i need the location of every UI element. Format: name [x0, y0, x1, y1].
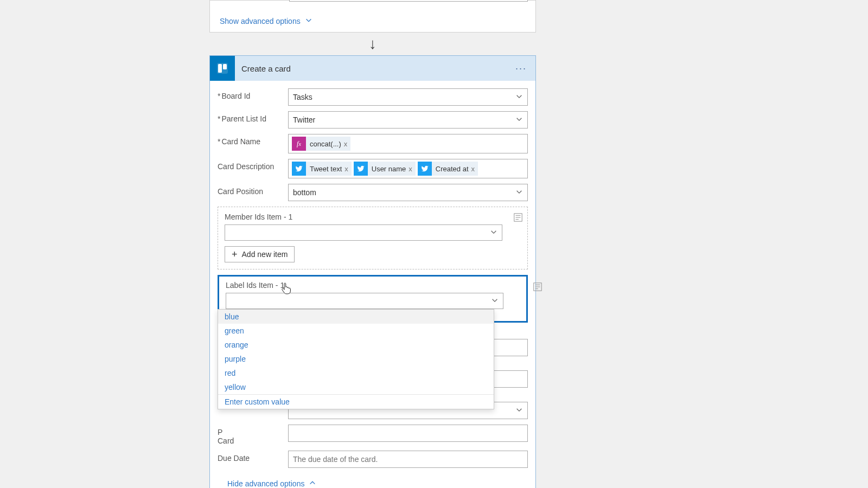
- action-header[interactable]: Create a card ···: [210, 56, 535, 81]
- action-title: Create a card: [235, 64, 291, 73]
- card-name-label: *Card Name: [218, 134, 288, 146]
- create-card-action: Create a card ··· *Board Id *Parent List…: [209, 55, 536, 488]
- previous-action-card: Show advanced options: [209, 0, 536, 33]
- due-date-input[interactable]: [288, 451, 528, 468]
- member-ids-label: Member Ids Item - 1: [225, 213, 521, 221]
- token-label: Created at: [435, 165, 469, 173]
- token-remove-icon[interactable]: x: [409, 165, 412, 173]
- member-ids-array: Member Ids Item - 1 + Add new item: [218, 207, 528, 269]
- previous-card-row: P Card: [218, 425, 528, 445]
- svg-rect-2: [223, 64, 227, 69]
- chevron-down-icon: [515, 406, 523, 415]
- dynamic-token-created-at[interactable]: Created at x: [418, 162, 478, 176]
- hide-advanced-link[interactable]: Hide advanced options: [218, 479, 316, 488]
- dropdown-option-purple[interactable]: purple: [218, 352, 494, 366]
- dropdown-option-yellow[interactable]: yellow: [218, 380, 494, 394]
- action-body: *Board Id *Parent List Id *Card Name fx: [210, 81, 535, 488]
- action-menu-button[interactable]: ···: [515, 63, 535, 74]
- chevron-down-icon: [305, 16, 312, 25]
- parent-list-value[interactable]: [293, 115, 523, 124]
- switch-mode-button[interactable]: [533, 282, 544, 293]
- label-ids-label: Label Ids Item - 1: [226, 281, 520, 290]
- previous-card-label: P Card: [218, 425, 288, 445]
- add-member-item-button[interactable]: + Add new item: [225, 246, 295, 262]
- board-id-select[interactable]: [288, 88, 528, 106]
- chevron-up-icon: [309, 479, 316, 488]
- label-ids-dropdown: blue green orange purple red yellow Ente…: [218, 309, 494, 409]
- twitter-icon: [292, 162, 306, 176]
- trello-icon: [210, 56, 235, 81]
- dropdown-option-orange[interactable]: orange: [218, 338, 494, 352]
- card-description-label: Card Description: [218, 159, 288, 171]
- due-date-label: Due Date: [218, 451, 288, 463]
- chevron-down-icon: [491, 297, 499, 306]
- flow-arrow-icon: ↓: [209, 33, 536, 55]
- twitter-icon: [418, 162, 432, 176]
- parent-list-label: *Parent List Id: [218, 111, 288, 123]
- chevron-down-icon: [490, 228, 497, 237]
- card-name-input[interactable]: fx concat(...) x: [288, 134, 528, 153]
- dropdown-option-red[interactable]: red: [218, 366, 494, 380]
- card-description-row: Card Description Tweet text x User name …: [218, 159, 528, 178]
- svg-rect-1: [218, 64, 222, 73]
- label-ids-select[interactable]: [226, 293, 503, 309]
- prev-field-stub: [289, 0, 528, 2]
- token-label: User name: [371, 165, 406, 173]
- board-id-value[interactable]: [293, 93, 523, 101]
- card-position-label: Card Position: [218, 184, 288, 196]
- switch-mode-button[interactable]: [513, 213, 524, 223]
- card-position-select[interactable]: [288, 184, 528, 201]
- card-description-input[interactable]: Tweet text x User name x Created at x: [288, 159, 528, 178]
- token-remove-icon[interactable]: x: [344, 140, 348, 148]
- card-position-row: Card Position: [218, 184, 528, 201]
- dropdown-option-custom[interactable]: Enter custom value: [218, 394, 494, 409]
- show-advanced-link[interactable]: Show advanced options: [210, 16, 312, 25]
- due-date-placeholder[interactable]: [293, 455, 523, 464]
- dropdown-option-green[interactable]: green: [218, 324, 494, 338]
- due-date-row: Due Date: [218, 451, 528, 468]
- token-label: concat(...): [309, 140, 341, 148]
- previous-card-input[interactable]: [288, 425, 528, 442]
- plus-icon: +: [232, 249, 238, 260]
- dynamic-token-tweet-text[interactable]: Tweet text x: [292, 162, 352, 176]
- dropdown-option-blue[interactable]: blue: [218, 310, 494, 324]
- token-label: Tweet text: [309, 165, 342, 173]
- card-name-row: *Card Name fx concat(...) x: [218, 134, 528, 153]
- dynamic-token-user-name[interactable]: User name x: [354, 162, 416, 176]
- card-position-value[interactable]: [293, 188, 523, 197]
- board-id-row: *Board Id: [218, 88, 528, 106]
- board-id-label: *Board Id: [218, 88, 288, 100]
- parent-list-select[interactable]: [288, 111, 528, 129]
- twitter-icon: [354, 162, 368, 176]
- member-ids-select[interactable]: [225, 224, 502, 241]
- hide-advanced-label: Hide advanced options: [227, 479, 304, 488]
- token-remove-icon[interactable]: x: [344, 165, 348, 173]
- label-ids-array: Label Ids Item - 1 blue green orange pur…: [218, 275, 528, 323]
- expression-token[interactable]: fx concat(...) x: [292, 137, 350, 151]
- parent-list-row: *Parent List Id: [218, 111, 528, 129]
- add-item-label: Add new item: [242, 250, 288, 259]
- token-remove-icon[interactable]: x: [471, 165, 475, 173]
- fx-icon: fx: [292, 137, 306, 151]
- show-advanced-label: Show advanced options: [220, 17, 301, 25]
